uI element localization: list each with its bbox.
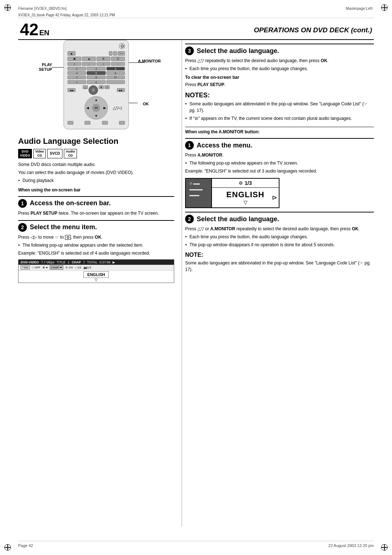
step1-right-body: Press A.MONITOR. — [185, 152, 374, 158]
amonitor-popup: ⊙ ▬▬ ▬▬▬▬ ▬▬▬ ⊙ 1/3 ENGLISH ▽ ⊳ — [185, 178, 279, 208]
filename: Filename [XV3EX_08DVD.fm] — [18, 7, 66, 11]
btn-b2 — [85, 121, 90, 125]
osd-title-label: TITLE — [57, 260, 66, 264]
badge-dvd-video: DVD VIDEO — [18, 149, 32, 158]
remote-ch-dn: − — [111, 62, 125, 66]
page-number: 42 — [20, 21, 38, 38]
osd-down-arrow: ▽ — [19, 278, 173, 282]
intro-text-3: During playback — [18, 177, 174, 184]
column-divider — [181, 40, 182, 527]
osd-angle-count: 📷1/3 — [83, 266, 91, 269]
btn-extra — [106, 80, 125, 84]
note-2: If "⊘" appears on the TV, the current sc… — [185, 115, 374, 122]
step3-body: Press △▽ repeatedly to select the desire… — [185, 57, 374, 64]
note-heading: NOTE: — [185, 252, 374, 258]
nav-right-arrow: ▶ — [103, 106, 106, 110]
osd-popup: ENGLISH ▽ — [19, 270, 174, 283]
amonitor-down-arrow: ▽ — [244, 199, 248, 205]
step1-right-number: 1 — [185, 141, 194, 150]
subheader-left: XV3EX_01.book Page 42 Friday, August 22,… — [18, 13, 115, 17]
note-text: Some audio languages are abbreviated in … — [185, 260, 374, 273]
intro-text-2: You can select the audio language of mov… — [18, 169, 174, 176]
amonitor-language-section: ENGLISH ▽ ⊳ — [212, 188, 279, 207]
step2-left-body: Press ◁▷ to move ☞ to ⊙, then press OK. — [18, 234, 174, 240]
when-onscreen-label: When using the on-screen bar — [18, 187, 174, 193]
nav-triangle-indicator: △▽◁ — [113, 106, 122, 110]
reg-mark-bl — [4, 544, 11, 551]
step2-right-bullet-1: Each time you press the button, the audi… — [185, 234, 374, 240]
step3-heading: 3 Select the audio language. — [185, 44, 374, 55]
amonitor-icon: ⊙ — [239, 181, 242, 186]
step1-left-title: Access the on-screen bar. — [30, 199, 111, 207]
section-title: Audio Language Selection — [18, 137, 174, 146]
amonitor-popup-wrap: ⊙ ▬▬ ▬▬▬▬ ▬▬▬ ⊙ 1/3 ENGLISH ▽ ⊳ — [185, 178, 374, 208]
ops-title: OPERATIONS ON DVD DECK (cont.) — [254, 26, 372, 34]
num-9: 0? — [106, 76, 125, 79]
step3-bullet-1: Each time you press the button, the audi… — [185, 65, 374, 72]
remote-top-row: ▣ • • • — [68, 51, 125, 56]
remote-btn-ps: ⊡ — [111, 57, 125, 61]
remote-btn-2 — [109, 51, 113, 56]
step1-right-example: Example: "ENGLISH" is selected out of 3 … — [185, 168, 374, 174]
page-number-block: 42 EN — [20, 21, 49, 38]
reg-mark-tl — [4, 4, 11, 11]
badge-dvd-line2: VIDEO — [20, 154, 30, 158]
osd-chap-nav: CHAP.➡ — [50, 266, 63, 270]
right-column: 3 Select the audio language. Press △▽ re… — [185, 40, 374, 274]
to-clear-label: To clear the on-screen bar — [185, 75, 374, 80]
num-6: 6 — [106, 71, 125, 75]
badge-video-line1: Video — [35, 150, 44, 154]
step2-right-number: 2 — [185, 215, 194, 223]
nav-ring-outer: ▲ ▼ ◀ ▶ OK — [85, 96, 108, 119]
step2-example: Example: "ENGLISH" is selected out of 4 … — [18, 250, 174, 256]
remote-x0-row: × 0 — [68, 80, 125, 84]
remote-vol-dn: − — [82, 62, 96, 66]
step2-right-heading: 2 Select the audio language. — [185, 212, 374, 223]
step2-right-title: Select the audio language. — [197, 215, 279, 223]
ok-label: OK — [143, 102, 149, 106]
step1-right-title: Access the menu. — [197, 142, 252, 149]
btn-play-inner — [91, 88, 95, 92]
step1-left-body: Press PLAY SETUP twice. The on-screen ba… — [18, 210, 174, 216]
remote-btn-1: ▣ — [68, 51, 75, 56]
power-button: ⏻ — [119, 43, 125, 49]
btn-stop: ■ — [99, 85, 104, 89]
footer-left: Page 42 — [18, 543, 33, 548]
badge-video-line2: CD — [37, 154, 42, 158]
notes-heading: NOTES: — [185, 92, 374, 99]
masterpage: Masterpage:Left↑ — [346, 7, 374, 11]
osd-dot: ⊕ ● — [42, 266, 48, 269]
amonitor-counter: 1/3 — [245, 180, 252, 186]
btn-b1 — [68, 121, 73, 125]
play-setup-label: PLAYSETUP — [39, 62, 52, 72]
step1-left-heading: 1 Access the on-screen bar. — [18, 196, 174, 208]
btn-pause: II — [105, 85, 110, 89]
footer: Page 42 22 August 2003 12:20 pm — [18, 541, 374, 548]
amonitor-left-panel: ⊙ ▬▬ ▬▬▬▬ ▬▬▬ — [186, 179, 211, 207]
num-5: 5 — [87, 71, 105, 75]
step3-title: Select the audio language. — [197, 47, 279, 55]
btn-b3 — [102, 121, 108, 125]
reg-mark-tr — [381, 4, 388, 11]
badge-audio-line2: CD — [68, 154, 73, 158]
amonitor-right-panel: ⊙ 1/3 ENGLISH ▽ ⊳ — [211, 179, 279, 207]
btn-rew: ◀◀ — [68, 88, 75, 92]
remote-btn-rv: ▣ — [68, 57, 81, 61]
amonitor-cursor: ⊳ — [272, 194, 277, 202]
step2-left-number: 2 — [18, 223, 27, 232]
a-monitor-arrow-line — [129, 62, 145, 63]
footer-right: 22 August 2003 12:20 pm — [328, 543, 374, 548]
osd-bar: DVD-VIDEO 7.7 Mbps TITLE 1 CHAP 7 TOTAL … — [18, 259, 174, 283]
osd-audio-count: ⊙ 2/4 — [65, 266, 73, 269]
step1-right-bullet: The following pop-up window appears on t… — [185, 160, 374, 166]
amonitor-item-3: ▬▬▬ — [189, 193, 208, 197]
btn-0: 0 — [87, 80, 105, 84]
num-1: 1 — [68, 67, 86, 70]
remote-container: PLAYSETUP A.MONITOR OK ⏻ ▣ — [64, 40, 129, 129]
btn-ffw: ▶▶ — [117, 88, 125, 92]
num-3: 3 — [106, 67, 125, 70]
intro-text-1: Some DVD discs contain multiple audio. — [18, 161, 174, 168]
header: Filename [XV3EX_08DVD.fm] Masterpage:Lef… — [18, 7, 374, 11]
remote-ch-up: + — [97, 62, 110, 66]
transport-center: △ ■ II — [83, 85, 110, 95]
